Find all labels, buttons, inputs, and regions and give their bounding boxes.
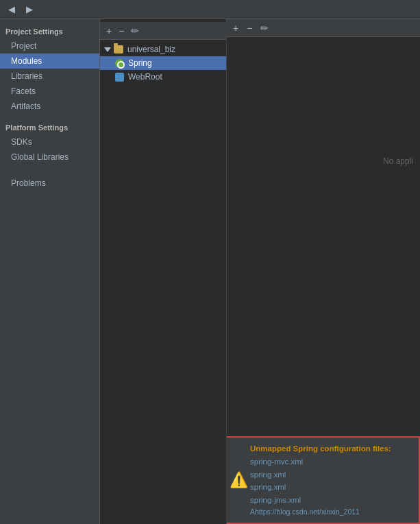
- sidebar: Project Settings Project Modules Librari…: [0, 19, 100, 524]
- tree-expand-icon: [104, 47, 111, 52]
- config-panel: + − ✏ No appli ⚠️ Unmapped Spring config…: [227, 19, 420, 524]
- webroot-icon: [115, 73, 124, 82]
- project-settings-section: Project Settings: [0, 22, 99, 38]
- top-toolbar: ◀ ▶: [0, 0, 420, 19]
- tree-root-label: universal_biz: [127, 45, 175, 54]
- content-area: + − ✏ universal_biz Spring WebRoot: [100, 19, 420, 524]
- sidebar-item-project[interactable]: Project: [0, 38, 99, 53]
- tree-item-spring[interactable]: Spring: [100, 56, 226, 70]
- warning-icon: ⚠️: [230, 471, 248, 489]
- sidebar-item-modules[interactable]: Modules: [0, 53, 99, 69]
- folder-icon: [114, 45, 123, 53]
- platform-settings-section: Platform Settings: [0, 118, 99, 134]
- config-minus-button[interactable]: −: [245, 22, 254, 34]
- unmapped-file-4: spring-jms.xml: [250, 494, 412, 506]
- config-edit2-button[interactable]: ✏: [258, 22, 271, 34]
- tree-label-webroot: WebRoot: [128, 72, 162, 82]
- no-appli-text: No appli: [383, 156, 413, 166]
- sidebar-item-facets[interactable]: Facets: [0, 84, 99, 99]
- tree-root-item[interactable]: universal_biz: [100, 43, 226, 56]
- main-layout: Project Settings Project Modules Librari…: [0, 19, 420, 524]
- forward-button[interactable]: ▶: [23, 3, 36, 15]
- file-tree-toolbar: + − ✏: [100, 22, 226, 40]
- back-button[interactable]: ◀: [5, 3, 18, 15]
- unmapped-title: Unmapped Spring configuration files:: [250, 444, 412, 453]
- add-button[interactable]: +: [104, 25, 114, 37]
- tree-label-spring: Spring: [128, 58, 152, 68]
- unmapped-file-2: spring.xml: [250, 468, 412, 481]
- sidebar-item-sdks[interactable]: SDKs: [0, 134, 99, 150]
- sidebar-item-libraries[interactable]: Libraries: [0, 69, 99, 84]
- unmapped-file-3: spring.xml: [250, 481, 412, 493]
- unmapped-file-1: spring-mvc.xml: [250, 455, 412, 468]
- tree-item-webroot[interactable]: WebRoot: [100, 70, 226, 84]
- spring-icon: [115, 59, 124, 68]
- config-toolbar: + − ✏: [227, 19, 420, 37]
- sidebar-item-artifacts[interactable]: Artifacts: [0, 99, 99, 114]
- edit-button[interactable]: ✏: [129, 25, 141, 37]
- config-add-button[interactable]: +: [231, 22, 240, 34]
- unmapped-popup: ⚠️ Unmapped Spring configuration files: …: [227, 436, 420, 524]
- file-tree: + − ✏ universal_biz Spring WebRoot: [100, 19, 227, 524]
- sidebar-item-global-libraries[interactable]: Global Libraries: [0, 150, 99, 165]
- remove-button[interactable]: −: [116, 25, 126, 37]
- sidebar-item-problems[interactable]: Problems: [0, 176, 99, 191]
- unmapped-url: Ahttps://blog.csdn.net/xinxin_2011: [250, 508, 412, 516]
